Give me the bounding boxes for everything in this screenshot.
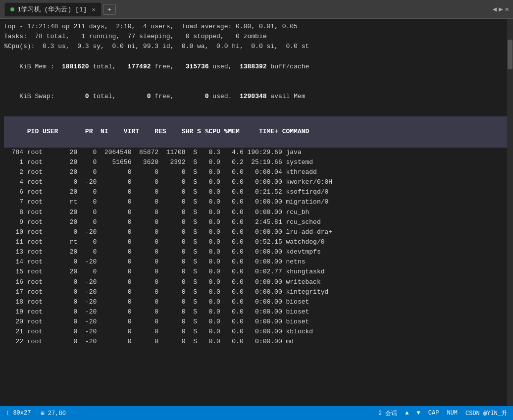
table-row: 10 root 0 -20 0 0 0 S 0.0 0.0 0:00.00 lr…	[4, 227, 509, 237]
status-right: 2 会话 ▲ ▼ CAP NUM CSDN @YIN_升	[378, 409, 507, 418]
terminal-area: top - 17:21:48 up 211 days, 2:10, 4 user…	[0, 19, 513, 406]
new-tab-button[interactable]: +	[103, 4, 116, 15]
table-row: 18 root 0 -20 0 0 0 S 0.0 0.0 0:00.00 bi…	[4, 297, 509, 307]
tab-area: 1学习机 (华为云) [1] ✕ +	[4, 2, 493, 16]
table-row: 22 root 0 -20 0 0 0 S 0.0 0.0 0:00.00 md	[4, 337, 509, 347]
process-list: 784 root 20 0 2064540 85872 11708 S 0.3 …	[4, 148, 509, 347]
status-bar: ↕ 80x27 ⊞ 27,80 2 会话 ▲ ▼ CAP NUM CSDN @Y…	[0, 406, 513, 420]
table-row: 4 root 0 -20 0 0 0 S 0.0 0.0 0:00.00 kwo…	[4, 177, 509, 187]
active-tab[interactable]: 1学习机 (华为云) [1] ✕	[4, 2, 102, 16]
scroll-up-button[interactable]: ▲	[405, 410, 409, 417]
table-row: 784 root 20 0 2064540 85872 11708 S 0.3 …	[4, 148, 509, 158]
table-row: 20 root 0 -20 0 0 0 S 0.0 0.0 0:00.00 bi…	[4, 317, 509, 327]
table-row: 1 root 20 0 51656 3620 2392 S 0.0 0.2 25…	[4, 158, 509, 167]
top-line-4: KiB Mem : 1881620 total, 177492 free, 31…	[4, 52, 509, 81]
nav-right-arrow[interactable]: ▶	[499, 5, 503, 13]
top-line-2: Tasks: 78 total, 1 running, 77 sleeping,…	[4, 32, 509, 42]
table-row: 9 root 20 0 0 0 0 S 0.0 0.0 2:45.81 rcu_…	[4, 217, 509, 227]
table-row: 7 root rt 0 0 0 0 S 0.0 0.0 0:00.00 migr…	[4, 197, 509, 207]
table-row: 14 root 0 -20 0 0 0 S 0.0 0.0 0:00.00 ne…	[4, 257, 509, 267]
table-row: 21 root 0 -20 0 0 0 S 0.0 0.0 0:00.00 kb…	[4, 327, 509, 337]
process-table-header: PID USER PR NI VIRT RES SHR S %CPU %MEM …	[4, 116, 509, 147]
table-row: 15 root 20 0 0 0 0 S 0.0 0.0 0:02.77 khu…	[4, 267, 509, 277]
title-bar: 1学习机 (华为云) [1] ✕ + ◀ ▶ ✕	[0, 0, 513, 19]
table-row: 2 root 20 0 0 0 0 S 0.0 0.0 0:00.04 kthr…	[4, 167, 509, 177]
top-line-3: %Cpu(s): 0.3 us, 0.3 sy, 0.0 ni, 99.3 id…	[4, 42, 509, 52]
caps-indicator: CAP	[428, 410, 439, 417]
status-size: ↕ 80x27	[6, 410, 31, 417]
user-info: CSDN @YIN_升	[465, 409, 507, 418]
nav-expand[interactable]: ✕	[505, 5, 509, 13]
nav-left-arrow[interactable]: ◀	[493, 5, 497, 13]
table-row: 19 root 0 -20 0 0 0 S 0.0 0.0 0:00.00 bi…	[4, 307, 509, 317]
table-row: 16 root 0 -20 0 0 0 S 0.0 0.0 0:00.00 wr…	[4, 277, 509, 287]
scrollbar-thumb[interactable]	[508, 40, 513, 69]
table-row: 11 root rt 0 0 0 0 S 0.0 0.0 0:52.15 wat…	[4, 237, 509, 247]
nav-arrows: ◀ ▶ ✕	[493, 5, 509, 13]
num-indicator: NUM	[447, 410, 458, 417]
tab-status-dot	[10, 7, 14, 11]
top-line-1: top - 17:21:48 up 211 days, 2:10, 4 user…	[4, 22, 509, 32]
scrollbar[interactable]	[507, 19, 513, 406]
scroll-down-button[interactable]: ▼	[417, 410, 420, 417]
status-position: ⊞ 27,80	[41, 410, 65, 417]
session-count: 2 会话	[378, 409, 397, 418]
table-row: 8 root 20 0 0 0 0 S 0.0 0.0 0:00.00 rcu_…	[4, 208, 509, 217]
table-row: 13 root 20 0 0 0 0 S 0.0 0.0 0:00.00 kde…	[4, 247, 509, 257]
table-row: 17 root 0 -20 0 0 0 S 0.0 0.0 0:00.00 ki…	[4, 287, 509, 297]
tab-label: 1学习机 (华为云) [1]	[17, 5, 87, 14]
top-line-5: KiB Swap: 0 total, 0 free, 0 used. 12903…	[4, 82, 509, 111]
table-row: 6 root 20 0 0 0 0 S 0.0 0.0 0:21.52 ksof…	[4, 187, 509, 197]
tab-close-button[interactable]: ✕	[92, 6, 95, 13]
